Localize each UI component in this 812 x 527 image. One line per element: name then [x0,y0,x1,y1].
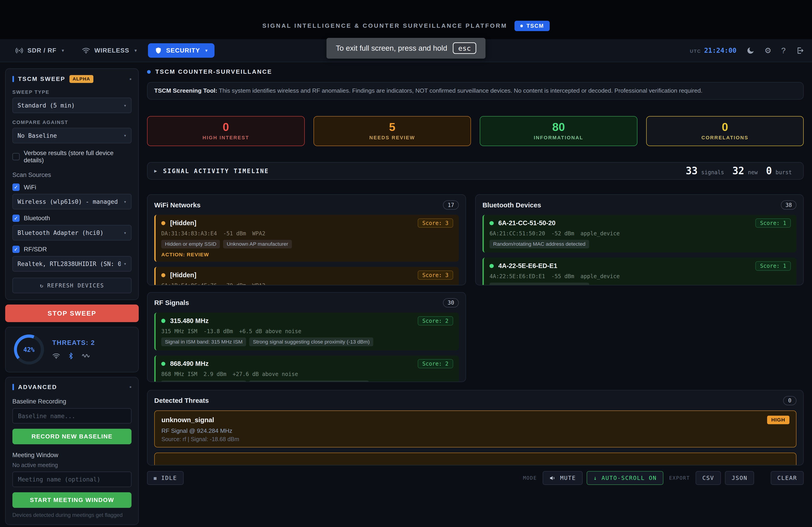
mute-button[interactable]: MUTE [543,471,583,485]
stat-value: 0 [722,121,728,133]
baseline-name-input[interactable] [12,408,132,424]
bluetooth-checkbox-row[interactable]: ✓ Bluetooth [12,215,132,222]
item-tags: Random/rotating MAC address detected [490,240,791,249]
fullscreen-exit-message: To exit full screen, press and hold [336,44,447,52]
bluetooth-device-item[interactable]: 4A-22-5E-E6-ED-E1 Score: 1 4A:22:5E:E6:E… [482,258,796,285]
rfsdr-checkbox[interactable]: ✓ [12,246,20,253]
rf-signal-item[interactable]: 315.480 MHz Score: 2 315 MHz ISM -13.8 d… [154,313,459,350]
accent-tick [12,384,14,390]
item-title: [Hidden] [170,271,196,279]
compare-against-select[interactable]: No Baseline ▾ [12,128,132,144]
verbose-checkbox-row[interactable]: Verbose results (store full device detai… [12,149,132,164]
rfsdr-checkbox-row[interactable]: ✓ RF/SDR [12,246,132,253]
rf-signal-item[interactable]: 868.490 MHz Score: 2 868 MHz ISM 2.9 dBm… [154,356,459,382]
encryption: WPA2 [252,283,265,285]
timeline-title: SIGNAL ACTIVITY TIMELINE [163,167,269,175]
bluetooth-device-item[interactable]: 6A-21-CC-51-50-20 Score: 1 6A:21:CC:51:5… [482,215,796,253]
content: TSCM SWEEP ALPHA • SWEEP TYPE Standard (… [0,62,812,527]
nav-item-wireless[interactable]: WIRELESS ▾ [75,43,144,58]
top-bar: SIGNAL INTELLIGENCE & COUNTER SURVEILLAN… [0,0,812,39]
bluetooth-device-select[interactable]: Bluetooth Adapter (hci0) ▾ [12,225,132,241]
logout-icon[interactable] [796,46,804,55]
panel-header: RF Signals 30 [154,298,459,307]
count-badge: 17 [443,200,459,210]
refresh-devices-button[interactable]: ↻ REFRESH DEVICES [12,278,132,293]
settings-gear-icon[interactable]: ⚙ [765,47,771,54]
platform-title: SIGNAL INTELLIGENCE & COUNTER SURVEILLAN… [262,22,507,29]
finding-tag: Hidden or empty SSID [161,240,220,249]
finding-tag: Random/rotating MAC address detected [490,283,589,285]
item-meta: 6A:21:CC:51:50:20 -52 dBm apple_device [490,230,791,237]
page-title-text: TSCM COUNTER-SURVEILLANCE [156,68,272,75]
clear-button[interactable]: CLEAR [771,471,804,485]
threat-header: unknown_signal HIGH [161,416,789,424]
rf-row: RF Signals 30 315.480 MHz Score: 2 315 M… [147,292,804,382]
wifi-network-item[interactable]: [Hidden] Score: 3 CA:1B:F4:8C:4E:76 -79 … [154,267,459,285]
threat-item[interactable]: unknown_signal HIGH RF Signal @ 924.284 … [154,410,797,448]
band: 868 MHz ISM [161,371,197,377]
status-bar: ■ IDLE MODE MUTE ↓ AUTO-SCROLL ON [147,471,804,485]
wifi-checkbox-row[interactable]: ✓ WiFi [12,183,132,191]
record-baseline-button[interactable]: RECORD NEW BASELINE [12,429,132,444]
chevron-down-icon: ▾ [61,48,64,53]
timeline-expand-toggle[interactable]: ▶ SIGNAL ACTIVITY TIMELINE [154,167,269,175]
item-meta: CA:1B:F4:8C:4E:76 -79 dBm WPA2 [161,283,453,285]
rf-signals-panel: RF Signals 30 315.480 MHz Score: 2 315 M… [147,292,466,382]
rf-wave-icon [82,352,90,360]
status-bar-controls: MODE MUTE ↓ AUTO-SCROLL ON EXPORT CSV JS… [521,471,804,485]
signals-label: signals [701,169,724,176]
finding-tag: Unknown AP manufacturer [223,240,292,249]
mac-address: 4A:22:5E:E6:ED:E1 [490,273,545,280]
wifi-icon [82,46,90,55]
dark-mode-moon-icon[interactable] [746,46,755,55]
chevron-down-icon: ▾ [134,48,137,53]
status-dot-icon [147,70,151,74]
item-header: 315.480 MHz Score: 2 [161,316,453,326]
wifi-network-item[interactable]: [Hidden] Score: 3 DA:31:34:83:A3:E4 -51 … [154,215,459,262]
export-csv-button[interactable]: CSV [696,471,721,485]
nav-label: WIRELESS [94,47,129,54]
stat-correlations: 0 CORRELATIONS [646,116,804,146]
rf-row-spacer [475,292,804,382]
item-meta: DA:31:34:83:A3:E4 -51 dBm WPA2 [161,230,453,237]
fullscreen-exit-notice: To exit full screen, press and hold esc [327,38,485,59]
verbose-checkbox[interactable] [12,153,20,160]
nav-left: SDR / RF ▾ WIRELESS ▾ SECURITY ▾ [8,43,215,58]
noise-delta: +6.5 dB above noise [239,328,301,334]
start-meeting-button[interactable]: START MEETING WINDOW [12,492,132,508]
panel-header: Bluetooth Devices 38 [482,200,796,210]
chevron-down-icon: ▾ [124,133,126,138]
threat-source: Source: rf | Signal: -18.68 dBm [161,436,789,442]
severity-dot-icon [161,273,165,277]
finding-tag: Random/rotating MAC address detected [490,240,589,249]
screening-disclaimer-banner: TSCM Screening Tool: This system identif… [147,82,804,100]
wifi-checkbox[interactable]: ✓ [12,183,20,191]
sweep-type-select[interactable]: Standard (5 min) ▾ [12,97,132,113]
item-tags: Signal in ISM band: 868 MHz ISM Strong s… [161,380,453,382]
signal-strength: -51 dBm [223,230,246,237]
nav-item-sdr-rf[interactable]: SDR / RF ▾ [8,43,71,58]
autoscroll-toggle[interactable]: ↓ AUTO-SCROLL ON [587,471,663,485]
help-icon[interactable]: ? [781,47,786,54]
bluetooth-checkbox[interactable]: ✓ [12,215,20,222]
rfsdr-label: RF/SDR [24,246,47,253]
broadcast-icon [15,46,24,55]
stop-sweep-button[interactable]: STOP SWEEP [5,304,139,322]
export-json-button[interactable]: JSON [725,471,754,485]
detected-threats-panel: Detected Threats 0 unknown_signal HIGH R… [147,390,804,465]
tscm-sweep-panel: TSCM SWEEP ALPHA • SWEEP TYPE Standard (… [5,68,139,300]
panel-collapse-toggle[interactable]: • [129,384,132,390]
panel-header: TSCM SWEEP ALPHA • [12,75,132,83]
banner-bold: TSCM Screening Tool: [154,87,217,94]
new-count: 32 [733,165,744,177]
score-badge: Score: 1 [755,261,791,270]
status-dot-icon [520,25,523,27]
nav-item-security[interactable]: SECURITY ▾ [148,43,215,58]
rfsdr-device-select[interactable]: Realtek, RTL2838UHIDIR (SN: 0000 ▾ [12,256,132,272]
meeting-name-input[interactable] [12,471,132,487]
encryption: WPA2 [252,230,265,237]
mac-address: 6A:21:CC:51:50:20 [490,230,545,237]
wifi-device-select[interactable]: Wireless (wlp61s0) - managed ▾ [12,194,132,209]
panel-collapse-toggle[interactable]: • [129,76,132,82]
mode-label: MODE [523,475,537,481]
